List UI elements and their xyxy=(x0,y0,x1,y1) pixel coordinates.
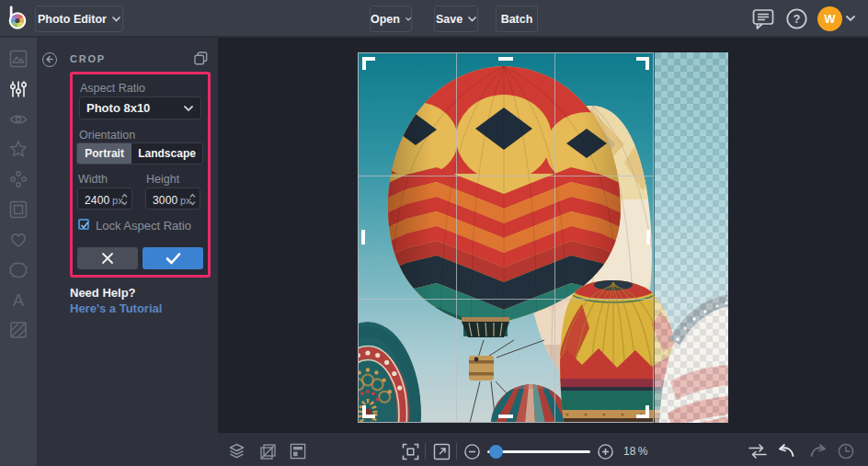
svg-text:A: A xyxy=(13,291,24,310)
svg-text:?: ? xyxy=(794,12,801,26)
